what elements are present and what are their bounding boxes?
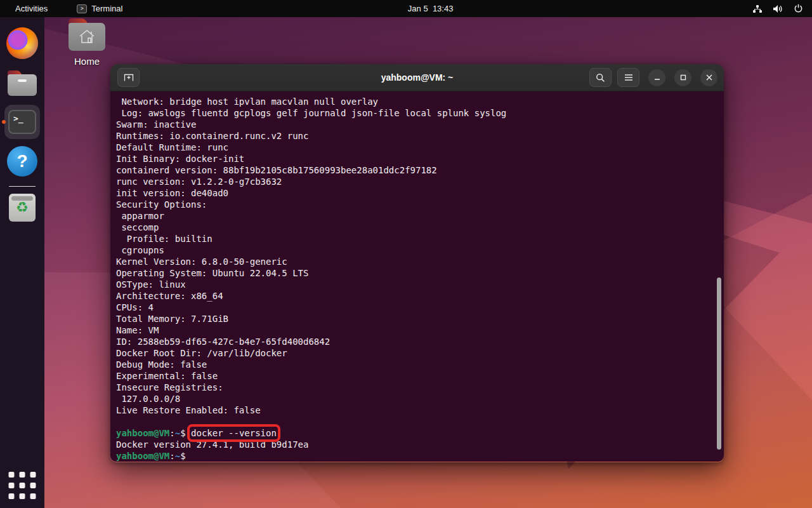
terminal-output-line: Swarm: inactive bbox=[116, 119, 724, 130]
dock-item-terminal[interactable]: >_ bbox=[0, 102, 44, 142]
terminal-output-line: Name: VM bbox=[116, 324, 724, 336]
terminal-output-line: apparmor bbox=[116, 210, 724, 222]
desktop-icon-label: Home bbox=[74, 56, 100, 67]
terminal-output-line: Profile: builtin bbox=[116, 233, 724, 244]
wired-network-icon bbox=[752, 4, 763, 13]
power-icon bbox=[794, 4, 803, 13]
new-tab-icon bbox=[124, 73, 134, 82]
terminal-output-line bbox=[116, 416, 724, 427]
terminal-output-line: ID: 2588eb59-df65-427c-b4e7-65fd400d6842 bbox=[116, 336, 724, 347]
terminal-output-line: Docker Root Dir: /var/lib/docker bbox=[116, 347, 724, 359]
terminal-output-line: Total Memory: 7.71GiB bbox=[116, 313, 724, 324]
close-button[interactable] bbox=[700, 69, 717, 86]
prompt-user: yahboom@VM bbox=[116, 428, 169, 438]
terminal-output-line: seccomp bbox=[116, 222, 724, 233]
terminal-output-line: Network: bridge host ipvlan macvlan null… bbox=[116, 96, 724, 107]
terminal-output-line: Security Options: bbox=[116, 199, 724, 210]
folder-icon bbox=[8, 74, 37, 96]
terminal-output-line: Runtimes: io.containerd.runc.v2 runc bbox=[116, 130, 724, 142]
dock-item-help[interactable]: ? bbox=[0, 142, 44, 181]
maximize-icon bbox=[679, 74, 687, 81]
clock[interactable]: Jan 5 13:43 bbox=[408, 4, 454, 13]
terminal-output-line: Init Binary: docker-init bbox=[116, 153, 724, 164]
terminal-output-line: Live Restore Enabled: false bbox=[116, 404, 724, 416]
search-icon bbox=[596, 73, 605, 83]
desktop-root: Activities > Terminal Jan 5 13:43 bbox=[0, 0, 812, 508]
system-status-area[interactable] bbox=[752, 4, 803, 13]
terminal-output-line: 127.0.0.0/8 bbox=[116, 393, 724, 404]
activities-button[interactable]: Activities bbox=[11, 3, 51, 15]
new-tab-button[interactable] bbox=[117, 68, 140, 87]
command-output-line: Docker version 27.4.1, build b9d17ea bbox=[116, 439, 724, 450]
search-button[interactable] bbox=[589, 68, 612, 87]
prompt-path: ~ bbox=[175, 451, 180, 461]
volume-icon bbox=[773, 4, 783, 13]
command-text: docker --version bbox=[191, 428, 277, 438]
terminal-titlebar[interactable]: yahboom@VM: ~ bbox=[110, 64, 724, 91]
terminal-output-line: Experimental: false bbox=[116, 370, 724, 382]
terminal-output-line: Operating System: Ubuntu 22.04.5 LTS bbox=[116, 267, 724, 279]
terminal-output-line: Log: awslogs fluentd gcplogs gelf journa… bbox=[116, 107, 724, 119]
dock: >_ ? ♻ bbox=[0, 17, 44, 508]
firefox-icon bbox=[6, 27, 38, 59]
terminal-output-line: Kernel Version: 6.8.0-50-generic bbox=[116, 256, 724, 267]
terminal-output-line: containerd version: 88bf19b2105c8b175609… bbox=[116, 164, 724, 176]
terminal-output-line: init version: de40ad0 bbox=[116, 187, 724, 199]
terminal-content[interactable]: Network: bridge host ipvlan macvlan null… bbox=[110, 91, 724, 462]
terminal-output-line: Default Runtime: runc bbox=[116, 142, 724, 153]
dock-item-trash[interactable]: ♻ bbox=[0, 188, 44, 227]
dock-item-firefox[interactable] bbox=[0, 23, 44, 63]
menu-button[interactable] bbox=[617, 68, 639, 87]
terminal-output: Network: bridge host ipvlan macvlan null… bbox=[116, 96, 724, 427]
close-icon bbox=[705, 74, 713, 81]
terminal-scrollbar[interactable] bbox=[717, 277, 721, 450]
terminal-icon: >_ bbox=[8, 110, 36, 134]
top-bar: Activities > Terminal Jan 5 13:43 bbox=[0, 0, 812, 17]
terminal-output-line: cgroupns bbox=[116, 244, 724, 256]
minimize-icon bbox=[653, 74, 661, 81]
highlight-box: docker --version bbox=[191, 428, 277, 438]
terminal-output-line: Insecure Registries: bbox=[116, 382, 724, 393]
terminal-prompt-line: yahboom@VM:~$ docker --version bbox=[116, 427, 724, 439]
terminal-prompt-line: yahboom@VM:~$ bbox=[116, 450, 724, 462]
home-folder-icon bbox=[69, 23, 105, 51]
terminal-output-line: Architecture: x86_64 bbox=[116, 290, 724, 302]
dock-item-files[interactable] bbox=[0, 63, 44, 102]
terminal-output-line: Debug Mode: false bbox=[116, 359, 724, 370]
terminal-icon: > bbox=[77, 4, 87, 13]
terminal-output-line: runc version: v1.2.2-0-g7cb3632 bbox=[116, 176, 724, 187]
terminal-output-line: CPUs: 4 bbox=[116, 302, 724, 313]
minimize-button[interactable] bbox=[648, 69, 665, 86]
running-indicator-dot bbox=[2, 120, 6, 124]
dock-divider bbox=[9, 186, 36, 187]
terminal-window: yahboom@VM: ~ bbox=[110, 64, 724, 462]
menu-icon bbox=[624, 74, 633, 81]
desktop-icon-home[interactable]: Home bbox=[63, 23, 111, 67]
help-icon: ? bbox=[7, 146, 37, 177]
prompt-user: yahboom@VM bbox=[116, 451, 169, 461]
show-applications-button[interactable] bbox=[9, 472, 36, 499]
trash-icon: ♻ bbox=[9, 194, 36, 222]
app-menu-label: Terminal bbox=[91, 4, 122, 13]
maximize-button[interactable] bbox=[674, 69, 691, 86]
terminal-output-line: OSType: linux bbox=[116, 279, 724, 290]
prompt-path: ~ bbox=[175, 428, 180, 438]
app-menu[interactable]: > Terminal bbox=[77, 4, 122, 13]
